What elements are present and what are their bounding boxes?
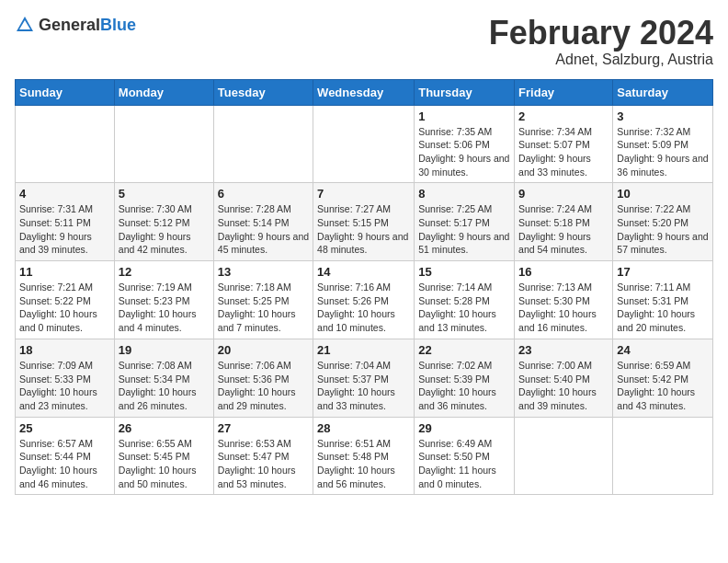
day-number: 3 <box>617 109 709 123</box>
title-block: February 2024 Adnet, Salzburg, Austria <box>489 15 713 68</box>
day-cell: 8Sunrise: 7:25 AM Sunset: 5:17 PM Daylig… <box>415 183 515 261</box>
day-number: 26 <box>119 421 210 435</box>
day-cell <box>16 105 115 183</box>
logo-blue: Blue <box>100 16 136 34</box>
day-number: 9 <box>518 187 609 201</box>
day-cell: 2Sunrise: 7:34 AM Sunset: 5:07 PM Daylig… <box>515 105 613 183</box>
week-row-3: 11Sunrise: 7:21 AM Sunset: 5:22 PM Dayli… <box>16 261 713 339</box>
day-info: Sunrise: 6:49 AM Sunset: 5:50 PM Dayligh… <box>418 437 510 491</box>
day-info: Sunrise: 7:30 AM Sunset: 5:12 PM Dayligh… <box>119 202 210 257</box>
week-row-1: 1Sunrise: 7:35 AM Sunset: 5:06 PM Daylig… <box>16 105 713 183</box>
day-cell: 5Sunrise: 7:30 AM Sunset: 5:12 PM Daylig… <box>114 183 213 261</box>
day-cell <box>114 105 213 183</box>
day-number: 20 <box>218 343 309 357</box>
day-cell <box>613 417 713 495</box>
day-header-monday: Monday <box>114 79 213 105</box>
day-cell <box>515 417 613 495</box>
week-row-2: 4Sunrise: 7:31 AM Sunset: 5:11 PM Daylig… <box>16 183 713 261</box>
day-number: 29 <box>418 421 510 435</box>
month-title: February 2024 <box>489 15 713 52</box>
day-info: Sunrise: 6:59 AM Sunset: 5:42 PM Dayligh… <box>617 359 709 413</box>
day-info: Sunrise: 7:24 AM Sunset: 5:18 PM Dayligh… <box>518 202 609 257</box>
day-cell: 12Sunrise: 7:19 AM Sunset: 5:23 PM Dayli… <box>114 261 213 339</box>
day-cell: 10Sunrise: 7:22 AM Sunset: 5:20 PM Dayli… <box>613 183 713 261</box>
day-cell: 9Sunrise: 7:24 AM Sunset: 5:18 PM Daylig… <box>515 183 613 261</box>
week-row-4: 18Sunrise: 7:09 AM Sunset: 5:33 PM Dayli… <box>16 339 713 417</box>
day-info: Sunrise: 7:00 AM Sunset: 5:40 PM Dayligh… <box>518 359 609 413</box>
day-cell: 26Sunrise: 6:55 AM Sunset: 5:45 PM Dayli… <box>114 417 213 495</box>
day-cell: 21Sunrise: 7:04 AM Sunset: 5:37 PM Dayli… <box>313 339 415 417</box>
calendar-header: SundayMondayTuesdayWednesdayThursdayFrid… <box>16 79 713 105</box>
day-info: Sunrise: 7:21 AM Sunset: 5:22 PM Dayligh… <box>19 281 110 335</box>
day-cell: 3Sunrise: 7:32 AM Sunset: 5:09 PM Daylig… <box>613 105 713 183</box>
day-number: 16 <box>518 265 609 279</box>
day-info: Sunrise: 7:02 AM Sunset: 5:39 PM Dayligh… <box>418 359 510 413</box>
day-cell: 7Sunrise: 7:27 AM Sunset: 5:15 PM Daylig… <box>313 183 415 261</box>
day-cell: 24Sunrise: 6:59 AM Sunset: 5:42 PM Dayli… <box>613 339 713 417</box>
day-info: Sunrise: 6:51 AM Sunset: 5:48 PM Dayligh… <box>317 437 410 491</box>
logo-icon <box>15 15 35 35</box>
day-number: 21 <box>317 343 410 357</box>
day-number: 4 <box>19 187 110 201</box>
day-info: Sunrise: 7:28 AM Sunset: 5:14 PM Dayligh… <box>218 202 309 257</box>
day-cell <box>213 105 313 183</box>
day-number: 24 <box>617 343 709 357</box>
day-cell <box>313 105 415 183</box>
day-info: Sunrise: 7:18 AM Sunset: 5:25 PM Dayligh… <box>218 281 309 335</box>
day-info: Sunrise: 7:19 AM Sunset: 5:23 PM Dayligh… <box>119 281 210 335</box>
day-cell: 20Sunrise: 7:06 AM Sunset: 5:36 PM Dayli… <box>213 339 313 417</box>
day-info: Sunrise: 7:14 AM Sunset: 5:28 PM Dayligh… <box>418 281 510 335</box>
day-cell: 15Sunrise: 7:14 AM Sunset: 5:28 PM Dayli… <box>415 261 515 339</box>
day-cell: 4Sunrise: 7:31 AM Sunset: 5:11 PM Daylig… <box>16 183 115 261</box>
day-number: 19 <box>119 343 210 357</box>
day-info: Sunrise: 6:57 AM Sunset: 5:44 PM Dayligh… <box>19 437 110 491</box>
day-number: 22 <box>418 343 510 357</box>
day-cell: 27Sunrise: 6:53 AM Sunset: 5:47 PM Dayli… <box>213 417 313 495</box>
day-header-sunday: Sunday <box>16 79 115 105</box>
day-info: Sunrise: 7:16 AM Sunset: 5:26 PM Dayligh… <box>317 281 410 335</box>
calendar-table: SundayMondayTuesdayWednesdayThursdayFrid… <box>15 79 713 496</box>
day-cell: 11Sunrise: 7:21 AM Sunset: 5:22 PM Dayli… <box>16 261 115 339</box>
day-info: Sunrise: 7:32 AM Sunset: 5:09 PM Dayligh… <box>617 125 709 179</box>
day-header-friday: Friday <box>515 79 613 105</box>
day-info: Sunrise: 7:27 AM Sunset: 5:15 PM Dayligh… <box>317 202 410 257</box>
header-row: SundayMondayTuesdayWednesdayThursdayFrid… <box>16 79 713 105</box>
day-number: 17 <box>617 265 709 279</box>
day-cell: 14Sunrise: 7:16 AM Sunset: 5:26 PM Dayli… <box>313 261 415 339</box>
day-number: 5 <box>119 187 210 201</box>
day-info: Sunrise: 6:55 AM Sunset: 5:45 PM Dayligh… <box>119 437 210 491</box>
page-header: GeneralBlue February 2024 Adnet, Salzbur… <box>15 15 713 68</box>
day-cell: 29Sunrise: 6:49 AM Sunset: 5:50 PM Dayli… <box>415 417 515 495</box>
day-number: 2 <box>518 109 609 123</box>
day-info: Sunrise: 7:04 AM Sunset: 5:37 PM Dayligh… <box>317 359 410 413</box>
day-header-tuesday: Tuesday <box>213 79 313 105</box>
day-info: Sunrise: 7:08 AM Sunset: 5:34 PM Dayligh… <box>119 359 210 413</box>
day-cell: 1Sunrise: 7:35 AM Sunset: 5:06 PM Daylig… <box>415 105 515 183</box>
day-header-saturday: Saturday <box>613 79 713 105</box>
day-number: 15 <box>418 265 510 279</box>
day-number: 8 <box>418 187 510 201</box>
day-number: 14 <box>317 265 410 279</box>
location-title: Adnet, Salzburg, Austria <box>489 52 713 68</box>
calendar-body: 1Sunrise: 7:35 AM Sunset: 5:06 PM Daylig… <box>16 105 713 495</box>
day-number: 12 <box>119 265 210 279</box>
day-number: 27 <box>218 421 309 435</box>
day-info: Sunrise: 7:06 AM Sunset: 5:36 PM Dayligh… <box>218 359 309 413</box>
day-cell: 16Sunrise: 7:13 AM Sunset: 5:30 PM Dayli… <box>515 261 613 339</box>
day-info: Sunrise: 7:34 AM Sunset: 5:07 PM Dayligh… <box>518 125 609 179</box>
logo-general: General <box>39 16 100 34</box>
day-cell: 13Sunrise: 7:18 AM Sunset: 5:25 PM Dayli… <box>213 261 313 339</box>
day-number: 28 <box>317 421 410 435</box>
day-number: 6 <box>218 187 309 201</box>
day-number: 11 <box>19 265 110 279</box>
day-cell: 6Sunrise: 7:28 AM Sunset: 5:14 PM Daylig… <box>213 183 313 261</box>
day-info: Sunrise: 7:22 AM Sunset: 5:20 PM Dayligh… <box>617 202 709 257</box>
day-cell: 22Sunrise: 7:02 AM Sunset: 5:39 PM Dayli… <box>415 339 515 417</box>
day-cell: 23Sunrise: 7:00 AM Sunset: 5:40 PM Dayli… <box>515 339 613 417</box>
day-header-thursday: Thursday <box>415 79 515 105</box>
day-info: Sunrise: 6:53 AM Sunset: 5:47 PM Dayligh… <box>218 437 309 491</box>
day-cell: 25Sunrise: 6:57 AM Sunset: 5:44 PM Dayli… <box>16 417 115 495</box>
day-number: 10 <box>617 187 709 201</box>
day-number: 18 <box>19 343 110 357</box>
day-info: Sunrise: 7:35 AM Sunset: 5:06 PM Dayligh… <box>418 125 510 179</box>
